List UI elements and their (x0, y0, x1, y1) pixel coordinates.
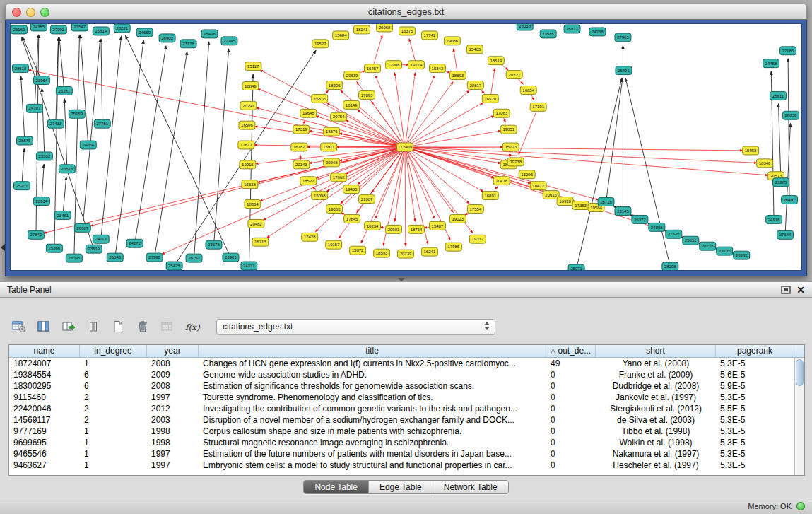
table-row[interactable]: 969969511998Structural magnetic resonanc… (9, 437, 804, 448)
graph-node[interactable]: 19157 (326, 240, 342, 249)
graph-node[interactable]: 28058 (517, 24, 533, 30)
graph-node[interactable]: 17742 (421, 31, 437, 40)
graph-node[interactable]: 24054 (80, 141, 96, 149)
graph-edge[interactable] (372, 35, 382, 69)
graph-node[interactable]: 20476 (493, 177, 510, 185)
graph-node[interactable]: 17986 (445, 243, 461, 251)
graph-node[interactable]: 18472 (530, 182, 546, 190)
graph-node[interactable]: 15098 (312, 192, 328, 200)
graph-node[interactable]: 23302 (36, 152, 52, 160)
graph-node[interactable]: 20482 (248, 219, 264, 228)
graph-edge[interactable] (115, 40, 144, 257)
graph-edge[interactable] (21, 76, 25, 141)
west-panel-collapse-arrow[interactable] (1, 244, 5, 251)
graph-node[interactable]: 23678 (206, 240, 222, 249)
delete-table-icon[interactable] (134, 318, 152, 335)
graph-node[interactable]: 16528 (482, 94, 498, 103)
graph-edge[interactable] (101, 39, 102, 124)
graph-node[interactable]: 26932 (734, 251, 750, 259)
graph-edge[interactable] (125, 35, 230, 257)
graph-edge[interactable] (339, 147, 405, 161)
row-selection-icon[interactable] (84, 318, 102, 335)
graph-edge[interactable] (395, 73, 405, 147)
merge-tables-icon[interactable] (158, 318, 177, 335)
tab-network-table[interactable]: Network Table (433, 481, 508, 493)
table-scrollbar-thumb[interactable] (796, 359, 804, 386)
graph-node[interactable]: 20639 (344, 71, 360, 80)
graph-node[interactable]: 15876 (312, 94, 328, 103)
graph-node[interactable]: 18619 (488, 57, 504, 65)
graph-edge[interactable] (778, 103, 781, 182)
graph-node[interactable]: 20327 (506, 71, 522, 79)
graph-node[interactable]: 28934 (33, 197, 49, 206)
graph-node[interactable]: 26528 (59, 165, 75, 173)
graph-node[interactable]: 25611 (770, 91, 787, 100)
graph-node[interactable]: 16854 (520, 86, 536, 94)
graph-node[interactable]: 26372 (632, 215, 648, 223)
graph-edge[interactable] (405, 73, 415, 147)
graph-node[interactable]: 15872 (350, 246, 366, 255)
graph-node[interactable]: 15296 (519, 170, 535, 179)
graph-edge[interactable] (22, 148, 24, 186)
graph-node[interactable]: 23619 (86, 245, 102, 253)
graph-node[interactable]: 27965 (615, 33, 631, 42)
show-column-icon[interactable] (35, 318, 53, 335)
graph-node[interactable]: 17319 (293, 125, 310, 134)
graph-node[interactable]: 27999 (146, 253, 163, 262)
graph-node[interactable]: 17893 (359, 90, 375, 99)
graph-node[interactable]: 25051 (683, 236, 699, 245)
graph-node[interactable]: 23145 (615, 207, 631, 216)
graph-node[interactable]: 24918 (766, 215, 782, 223)
graph-edge[interactable] (405, 116, 494, 147)
table-row[interactable]: 2242004622012Investigating the contribut… (9, 403, 804, 414)
graph-node[interactable]: 26846 (107, 253, 123, 262)
graph-edge[interactable] (213, 49, 228, 245)
graph-edge[interactable] (194, 42, 209, 258)
graph-edge[interactable] (405, 81, 453, 147)
graph-node[interactable]: 17353 (572, 201, 589, 210)
column-header-out-de[interactable]: △out_de... (546, 345, 596, 357)
table-row[interactable]: 1938455462009Genome-wide association stu… (9, 369, 804, 380)
column-header-name[interactable]: name (9, 345, 80, 357)
graph-node[interactable]: 15127 (245, 62, 261, 71)
graph-node[interactable]: 21087 (359, 195, 375, 204)
graph-edge[interactable] (42, 164, 44, 201)
network-graph[interactable]: 1724091572318130204761689117554190231548… (11, 24, 801, 270)
graph-edge[interactable] (625, 78, 670, 267)
graph-node[interactable]: 19915 (240, 160, 256, 169)
column-header-short[interactable]: short (596, 345, 716, 357)
graph-node[interactable]: 20615 (543, 191, 559, 199)
graph-node[interactable]: 15684 (333, 31, 349, 40)
graph-node[interactable]: 19851 (500, 125, 517, 134)
graph-node[interactable]: 16713 (252, 238, 269, 246)
graph-node[interactable]: 15911 (321, 143, 337, 151)
graph-edge[interactable] (519, 107, 539, 154)
graph-node[interactable]: 16457 (365, 64, 381, 73)
graph-node[interactable]: 19086 (444, 37, 460, 45)
graph-node[interactable]: 18593 (374, 249, 390, 257)
graph-node[interactable]: 28718 (598, 198, 614, 206)
graph-node[interactable]: 26812 (564, 25, 580, 33)
graph-node[interactable]: 28876 (16, 136, 33, 145)
tab-node-table[interactable]: Node Table (304, 481, 368, 493)
zoom-window-button[interactable] (40, 8, 49, 17)
graph-node[interactable]: 19527 (312, 40, 329, 48)
table-scrollbar[interactable] (794, 358, 804, 475)
import-table-icon[interactable] (59, 318, 78, 335)
column-header-pagerank[interactable]: pagerank (716, 345, 794, 357)
graph-node[interactable]: 16234 (365, 221, 381, 230)
graph-node[interactable]: 24707 (26, 104, 42, 112)
graph-node[interactable]: 18241 (354, 25, 370, 34)
graph-node[interactable]: 27185 (780, 47, 796, 55)
graph-edge[interactable] (606, 78, 622, 201)
graph-node[interactable]: 20754 (331, 112, 347, 121)
graph-node[interactable]: 16149 (343, 100, 360, 109)
graph-node[interactable]: 18376 (324, 127, 340, 136)
graph-edge[interactable] (59, 37, 64, 91)
graph-node[interactable]: 20291 (240, 101, 257, 110)
graph-node[interactable]: 17191 (530, 103, 546, 111)
graph-node[interactable]: 24238 (589, 28, 606, 36)
graph-node[interactable]: 16375 (399, 27, 416, 35)
graph-node[interactable]: 26687 (74, 223, 90, 232)
graph-edge[interactable] (375, 147, 405, 218)
